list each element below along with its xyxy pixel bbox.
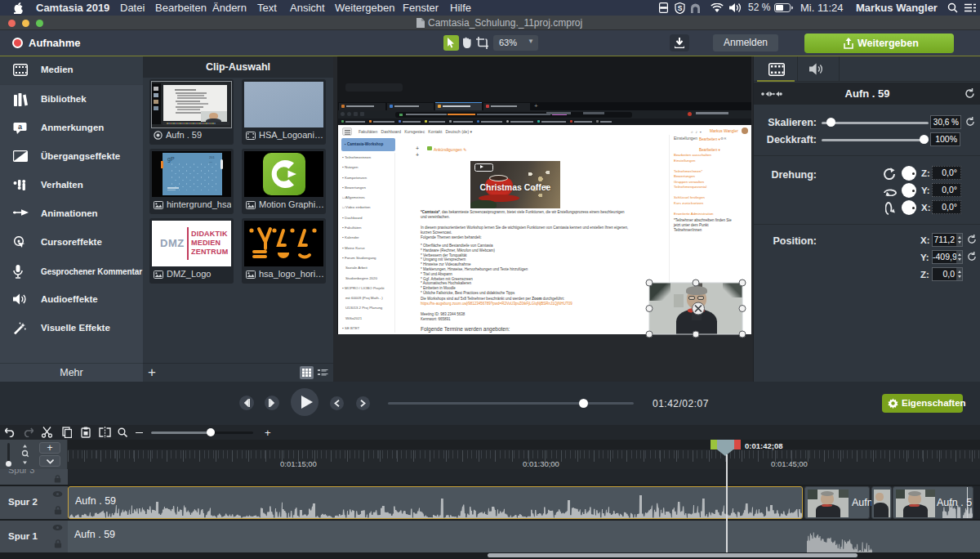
svg-text:S: S bbox=[678, 4, 683, 12]
